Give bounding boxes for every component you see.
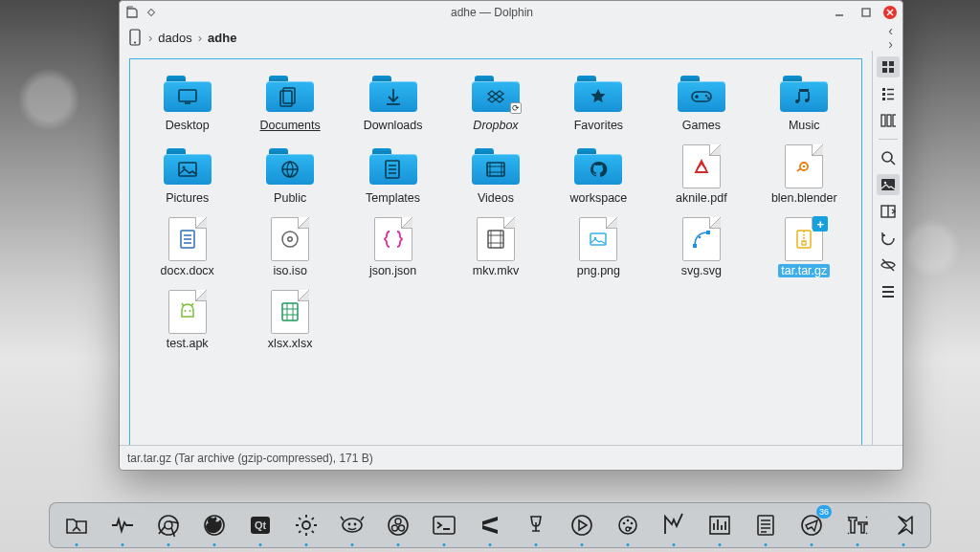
running-indicator — [213, 543, 216, 546]
view-columns-button[interactable] — [877, 110, 900, 131]
dock-system-monitor[interactable] — [105, 508, 140, 542]
folder-icon — [266, 76, 314, 112]
running-indicator — [811, 543, 813, 546]
folder-dropbox[interactable]: ⟳ Dropbox — [444, 69, 546, 138]
file-svg-svg[interactable]: svg.svg — [650, 214, 752, 283]
folder-icon — [369, 76, 417, 112]
dock-media-player[interactable] — [565, 508, 599, 542]
dock-audio-mixer[interactable] — [702, 508, 737, 542]
dock[interactable]: 36 — [49, 502, 931, 548]
emblem-add-icon: + — [813, 216, 828, 232]
right-toolbar — [872, 51, 902, 445]
breadcrumb[interactable]: › dados › adhe — [127, 29, 236, 46]
close-button[interactable] — [883, 6, 897, 19]
file-png-png[interactable]: png.png — [547, 214, 650, 283]
obs-icon — [385, 513, 412, 538]
minimize-button[interactable] — [830, 4, 849, 21]
folder-desktop[interactable]: Desktop — [136, 69, 238, 138]
crumb-separator: › — [148, 31, 152, 45]
running-indicator — [259, 543, 262, 546]
dock-gimp[interactable] — [335, 508, 369, 542]
menu-button[interactable] — [877, 281, 900, 302]
search-icon — [880, 150, 896, 166]
item-label: Dropbox — [473, 119, 518, 132]
dock-wine[interactable] — [519, 508, 553, 542]
dock-terminal[interactable] — [427, 508, 461, 542]
folder-documents[interactable]: Documents — [238, 69, 341, 138]
app-icon — [125, 5, 141, 20]
gimp-icon — [339, 513, 366, 538]
file-iso-iso[interactable]: iso.iso — [238, 214, 341, 283]
file-json-json[interactable]: json.json — [342, 214, 444, 283]
folder-games[interactable]: Games — [650, 69, 752, 138]
dock-telegram[interactable]: 36 — [794, 508, 829, 542]
visibility-button[interactable] — [877, 254, 900, 276]
file-blen-blender[interactable]: blen.blender — [753, 142, 856, 210]
item-label: docx.docx — [161, 264, 214, 277]
item-label: Videos — [478, 191, 514, 205]
dock-krita[interactable] — [611, 508, 645, 542]
file-icon — [168, 290, 207, 334]
dock-chrome[interactable] — [151, 508, 186, 542]
preview-button[interactable] — [877, 174, 900, 195]
item-label: mkv.mkv — [473, 264, 519, 277]
item-label: iso.iso — [273, 264, 306, 277]
view-icons-large-button[interactable] — [877, 56, 900, 77]
history-button[interactable] — [877, 228, 900, 249]
folder-workspace[interactable]: workspace — [547, 142, 650, 210]
window-title: adhe — Dolphin — [162, 6, 822, 19]
menu-icon — [880, 284, 896, 299]
running-indicator — [351, 543, 354, 546]
nav-forward-button[interactable]: › — [886, 37, 895, 51]
file-xlsx-xlsx[interactable]: xlsx.xlsx — [238, 287, 341, 356]
toolbar-separator — [879, 139, 898, 140]
view-list-button[interactable] — [877, 83, 900, 104]
file-mkv-mkv[interactable]: mkv.mkv — [444, 214, 546, 283]
pin-icon[interactable] — [147, 9, 155, 16]
nav-back-button[interactable]: ‹ — [886, 24, 895, 37]
running-indicator — [857, 543, 859, 546]
system-monitor-icon — [109, 513, 136, 538]
dock-firefox[interactable] — [197, 508, 232, 542]
titlebar[interactable]: adhe — Dolphin — [120, 1, 902, 24]
dolphin-window: adhe — Dolphin › dados › adhe ‹ › Deskto… — [119, 0, 903, 471]
file-docx-docx[interactable]: docx.docx — [136, 214, 238, 283]
dock-qt-creator[interactable] — [243, 508, 278, 542]
file-test-apk[interactable]: test.apk — [136, 287, 238, 356]
notes-icon — [752, 513, 779, 538]
file-manager-icon — [63, 513, 90, 538]
file-aknile-pdf[interactable]: aknile.pdf — [650, 142, 752, 210]
crumb-part[interactable]: dados — [158, 31, 191, 45]
split-view-icon — [880, 204, 896, 219]
split-view-button[interactable] — [877, 201, 900, 222]
folder-pictures[interactable]: Pictures — [136, 142, 238, 210]
maximize-button[interactable] — [857, 4, 876, 21]
svg-rect-0 — [862, 9, 870, 16]
folder-icon — [678, 76, 725, 112]
item-label: json.json — [369, 264, 416, 277]
dock-file-manager[interactable] — [59, 508, 94, 542]
folder-music[interactable]: Music — [753, 69, 856, 138]
dock-typography[interactable] — [840, 508, 875, 542]
running-indicator — [535, 543, 538, 546]
folder-icon — [369, 148, 417, 185]
dock-notes[interactable] — [748, 508, 783, 542]
folder-downloads[interactable]: Downloads — [342, 69, 444, 138]
item-label: Pictures — [166, 191, 209, 205]
dock-settings[interactable] — [289, 508, 323, 542]
dock-sublime[interactable] — [473, 508, 507, 542]
file-tar-tar-gz[interactable]: +tar.tar.gz — [753, 214, 856, 283]
search-button[interactable] — [877, 147, 900, 168]
dock-kate[interactable] — [657, 508, 691, 542]
device-phone-icon[interactable] — [127, 29, 143, 46]
folder-icon — [164, 76, 212, 112]
crumb-current[interactable]: adhe — [208, 31, 236, 45]
folder-favorites[interactable]: Favorites — [547, 69, 650, 138]
dock-vscode[interactable] — [886, 508, 921, 542]
folder-public[interactable]: Public — [238, 142, 341, 210]
running-indicator — [673, 543, 676, 546]
dock-obs[interactable] — [381, 508, 415, 542]
icon-view[interactable]: Desktop Documents Downloads ⟳ Dropbox Fa… — [120, 51, 872, 445]
folder-templates[interactable]: Templates — [342, 142, 444, 210]
folder-videos[interactable]: Videos — [444, 142, 546, 210]
